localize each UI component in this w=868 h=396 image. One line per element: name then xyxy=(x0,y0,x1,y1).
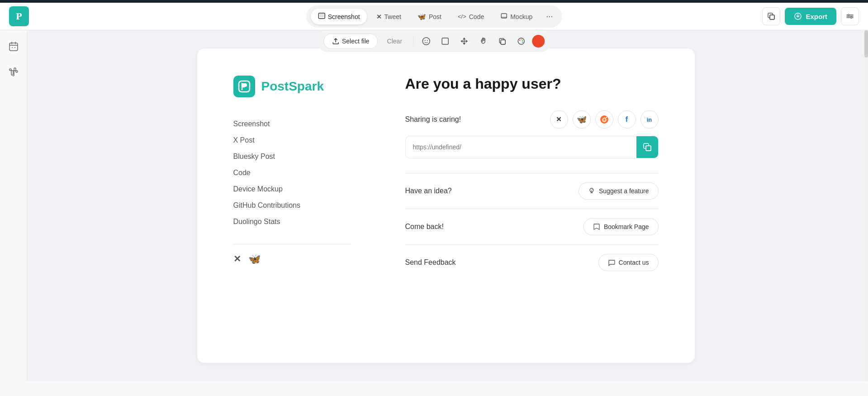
palette-button[interactable] xyxy=(513,33,529,49)
brand-name: PostSpark xyxy=(261,79,324,94)
header-right: Export xyxy=(762,7,859,25)
nav-screenshot[interactable]: Screenshot xyxy=(233,120,351,128)
scrollbar-thumb[interactable] xyxy=(864,30,868,57)
nav-bluesky-post[interactable]: Bluesky Post xyxy=(233,153,351,161)
copy-layers-button[interactable] xyxy=(494,33,510,49)
tab-more-button[interactable]: ··· xyxy=(541,8,557,25)
svg-point-26 xyxy=(600,115,608,124)
tab-bar: Screenshot ✕ Tweet 🦋 Post </> Code xyxy=(306,5,562,28)
x-share-button[interactable]: ✕ xyxy=(550,110,568,129)
layers-icon xyxy=(498,37,507,46)
command-sidebar-icon[interactable] xyxy=(5,63,23,81)
copy-button[interactable] xyxy=(762,7,780,25)
header: P Screenshot ✕ Tweet 🦋 Post xyxy=(0,3,868,30)
calendar-sidebar-icon[interactable] xyxy=(5,38,23,56)
tab-tweet[interactable]: ✕ Tweet xyxy=(369,10,408,24)
url-copy-button[interactable] xyxy=(636,136,658,158)
chat-icon xyxy=(608,259,615,266)
bookmark-button[interactable]: Bookmark Page xyxy=(583,218,659,235)
nav-code[interactable]: Code xyxy=(233,169,351,177)
color-dot[interactable] xyxy=(532,35,545,48)
svg-point-28 xyxy=(603,119,604,120)
url-input[interactable] xyxy=(406,138,636,156)
export-button[interactable]: Export xyxy=(785,8,836,25)
tweet-tab-icon: ✕ xyxy=(376,13,382,20)
content-card: PostSpark Screenshot X Post Bluesky Post… xyxy=(197,48,695,363)
feedback-label: Send Feedback xyxy=(405,258,456,267)
emoji-button[interactable] xyxy=(418,33,434,49)
svg-point-21 xyxy=(851,17,852,19)
bluesky-social-icon[interactable]: 🦋 xyxy=(248,253,261,265)
svg-point-20 xyxy=(848,14,849,16)
bookmark-row: Come back! Bookmark Page xyxy=(405,209,659,244)
copy-icon xyxy=(767,12,775,20)
brand-icon xyxy=(233,76,255,97)
svg-point-29 xyxy=(605,119,606,120)
sharing-label: Sharing is caring! xyxy=(405,115,461,124)
suggest-label: Have an idea? xyxy=(405,187,452,195)
svg-rect-7 xyxy=(442,38,448,44)
tab-mockup-label: Mockup xyxy=(510,13,532,20)
svg-point-15 xyxy=(522,42,523,43)
nav-device-mockup[interactable]: Device Mockup xyxy=(233,185,351,193)
tab-screenshot[interactable]: Screenshot xyxy=(311,9,367,24)
url-row xyxy=(405,136,659,158)
tab-post-label: Post xyxy=(429,13,441,20)
svg-rect-33 xyxy=(646,146,651,151)
contact-us-label: Contact us xyxy=(619,259,649,266)
emoji-icon xyxy=(422,37,431,46)
command-icon xyxy=(8,67,19,77)
url-copy-icon xyxy=(643,143,652,152)
hand-icon xyxy=(479,37,488,46)
post-tab-icon: 🦋 xyxy=(417,13,426,21)
facebook-share-button[interactable]: f xyxy=(618,110,636,129)
nav-x-post[interactable]: X Post xyxy=(233,136,351,144)
page-content: PostSpark Screenshot X Post Bluesky Post… xyxy=(27,30,864,381)
tab-tweet-label: Tweet xyxy=(384,13,401,20)
svg-rect-17 xyxy=(770,15,774,19)
bluesky-share-button[interactable]: 🦋 xyxy=(573,110,591,129)
tab-mockup[interactable]: Mockup xyxy=(493,9,540,24)
svg-point-31 xyxy=(603,118,605,119)
frame-icon xyxy=(441,37,450,46)
toolbar-divider xyxy=(413,36,413,46)
svg-point-35 xyxy=(590,188,593,192)
scrollbar-track xyxy=(864,30,868,381)
bookmark-button-label: Bookmark Page xyxy=(604,223,649,230)
code-tab-icon: </> xyxy=(458,13,466,20)
svg-point-24 xyxy=(14,47,15,48)
reddit-share-button[interactable] xyxy=(595,110,613,129)
upload-icon xyxy=(332,38,339,45)
nav-github-contributions[interactable]: GitHub Contributions xyxy=(233,201,351,210)
svg-rect-9 xyxy=(501,40,505,44)
nav-links: Screenshot X Post Bluesky Post Code Devi… xyxy=(233,120,351,226)
export-label: Export xyxy=(806,13,827,20)
brand-p-icon xyxy=(238,80,251,93)
svg-point-14 xyxy=(522,40,523,41)
brand-logo: PostSpark xyxy=(233,76,351,97)
x-social-icon[interactable]: ✕ xyxy=(233,253,241,265)
nav-duolingo-stats[interactable]: Duolingo Stats xyxy=(233,218,351,226)
clear-button[interactable]: Clear xyxy=(381,34,408,48)
settings-button[interactable] xyxy=(841,7,859,25)
select-file-button[interactable]: Select file xyxy=(323,33,378,49)
tab-code[interactable]: </> Code xyxy=(451,10,491,24)
svg-point-5 xyxy=(425,40,426,41)
svg-point-30 xyxy=(606,117,607,118)
frame-button[interactable] xyxy=(437,33,453,49)
contact-us-button[interactable]: Contact us xyxy=(598,254,659,271)
svg-rect-22 xyxy=(9,43,18,51)
suggest-button-label: Suggest a feature xyxy=(599,187,649,195)
hand-button[interactable] xyxy=(475,33,491,49)
suggest-feature-button[interactable]: Suggest a feature xyxy=(579,182,659,200)
tab-post[interactable]: 🦋 Post xyxy=(410,9,449,24)
svg-rect-1 xyxy=(319,14,324,17)
nav-divider xyxy=(233,244,351,244)
linkedin-share-button[interactable]: in xyxy=(640,110,659,129)
select-file-label: Select file xyxy=(342,38,370,45)
move-button[interactable] xyxy=(456,33,472,49)
calendar-icon xyxy=(8,41,19,52)
sharing-row: Sharing is caring! ✕ 🦋 xyxy=(405,110,659,129)
right-panel: Are you a happy user? Sharing is caring!… xyxy=(405,76,659,336)
left-sidebar xyxy=(0,30,27,381)
